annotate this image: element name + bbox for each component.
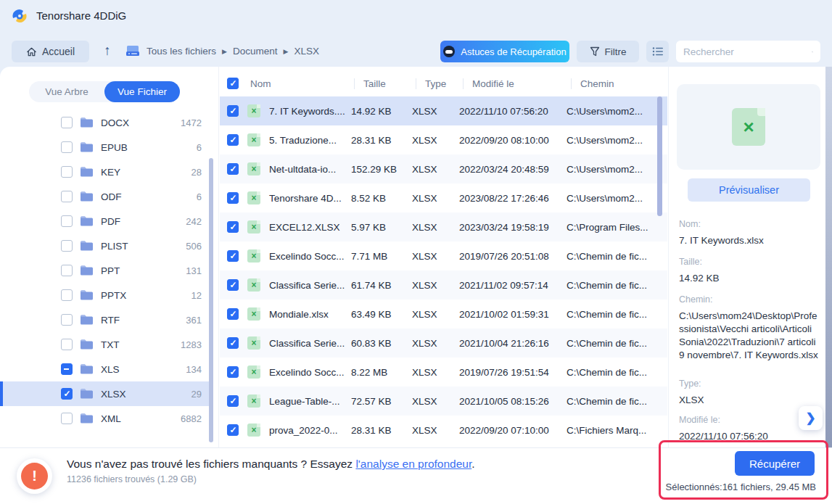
file-type-checkbox[interactable] [61, 117, 73, 128]
sidebar-item[interactable]: XLSX 29 [0, 381, 212, 406]
file-checkbox[interactable] [227, 337, 239, 349]
tab-tree-view[interactable]: Vue Arbre [29, 81, 104, 102]
sidebar-item[interactable]: RTF 361 [0, 307, 212, 332]
column-header-type[interactable]: Type [416, 78, 463, 89]
file-checkbox[interactable] [227, 424, 239, 436]
sidebar-item[interactable]: PPT 131 [0, 258, 212, 283]
next-file-button[interactable]: ❯ [799, 406, 823, 430]
preview-button[interactable]: Prévisualiser [688, 178, 810, 202]
column-header-path[interactable]: Chemin [572, 78, 659, 89]
file-type-checkbox[interactable] [61, 265, 73, 276]
file-checkbox[interactable] [227, 105, 239, 117]
select-all-checkbox[interactable] [227, 78, 239, 89]
file-row[interactable]: × Net-ultdata-io... 152.29 KB XLSX 2022/… [220, 154, 667, 183]
file-modified: 2023/08/22 17:26:46 [459, 193, 567, 204]
folder-icon [80, 413, 94, 424]
name-field-label: Nom: [679, 219, 821, 229]
sidebar-item[interactable]: TXT 1283 [0, 332, 212, 357]
file-checkbox[interactable] [227, 192, 239, 204]
file-size: 61.74 KB [351, 280, 412, 291]
file-type: XLSX [412, 193, 459, 204]
file-table: Nom Taille Type Modifié le Chemin × 7. I… [220, 67, 667, 447]
file-type-checkbox[interactable] [61, 339, 73, 350]
file-path: C:\Chemin de fic... [567, 280, 661, 291]
sidebar-item[interactable]: XLS 134 [0, 357, 212, 381]
breadcrumb-xlsx[interactable]: XLSX [294, 46, 319, 57]
sidebar-item[interactable]: DOCX 1472 [0, 110, 212, 135]
file-modified: 2021/11/02 09:57:14 [459, 280, 567, 291]
table-scrollbar[interactable] [657, 96, 662, 216]
file-row[interactable]: × prova_2022-0... 28.31 KB XLSX 2022/09/… [220, 416, 667, 445]
file-type-checkbox[interactable] [61, 413, 73, 424]
file-path: C:\Program Files... [567, 222, 661, 233]
sidebar-scrollbar[interactable] [209, 158, 213, 442]
funnel-icon [590, 46, 600, 57]
file-checkbox[interactable] [227, 163, 239, 175]
file-type-checkbox[interactable] [61, 240, 73, 252]
file-row[interactable]: × Tenorshare 4D... 8.52 KB XLSX 2023/08/… [220, 183, 667, 212]
file-type-checkbox[interactable] [61, 141, 73, 153]
breadcrumb-document[interactable]: Document [233, 46, 278, 57]
tab-file-view[interactable]: Vue Fichier [104, 81, 180, 102]
file-checkbox[interactable] [227, 279, 239, 291]
breadcrumb-all-files[interactable]: Tous les fichiers [147, 46, 216, 57]
sidebar-item[interactable]: XML 6882 [0, 406, 212, 431]
file-type-count: 1283 [181, 339, 202, 350]
file-modified: 2021/10/05 08:15:26 [459, 396, 567, 407]
column-header-modified[interactable]: Modifié le [464, 78, 571, 89]
file-row[interactable]: × Excelindo Socc... 8.22 MB XLSX 2019/07… [220, 358, 667, 387]
sidebar-item[interactable]: KEY 28 [0, 160, 212, 184]
sidebar-item[interactable]: PLIST 506 [0, 234, 212, 258]
file-name: 5. Traduzione... [260, 135, 351, 146]
file-type-checkbox[interactable] [61, 289, 73, 301]
file-modified: 2021/10/04 21:26:16 [459, 338, 567, 349]
file-checkbox[interactable] [227, 250, 239, 262]
home-button[interactable]: Accueil [12, 41, 89, 62]
file-checkbox[interactable] [227, 134, 239, 146]
file-row[interactable]: × 7. IT Keywords.... 14.92 KB XLSX 2022/… [220, 96, 667, 125]
sidebar-item[interactable]: ODF 6 [0, 184, 212, 209]
file-type-label: PPT [101, 265, 120, 276]
up-navigation-button[interactable]: ↑ [100, 40, 115, 62]
file-checkbox[interactable] [227, 221, 239, 233]
file-row[interactable]: × EXCEL12.XLSX 5.97 KB XLSX 2023/03/24 1… [220, 212, 667, 241]
recover-button[interactable]: Récupérer [735, 451, 815, 476]
file-name: Tenorshare 4D... [260, 193, 351, 204]
column-header-size[interactable]: Taille [355, 78, 416, 89]
warning-icon: ! [21, 463, 48, 489]
sidebar-item[interactable]: PDF 242 [0, 209, 212, 234]
deep-scan-link[interactable]: l'analyse en profondeur [355, 458, 471, 470]
file-row[interactable]: × 5. Traduzione... 28.31 KB XLSX 2022/09… [220, 125, 667, 154]
file-type-checkbox[interactable] [61, 388, 73, 400]
deep-scan-message-prefix: Vous n'avez pas trouvé les fichiers manq… [67, 458, 355, 470]
file-checkbox[interactable] [227, 366, 239, 378]
file-name: Excelindo Socc... [260, 251, 351, 262]
excel-file-icon: × [247, 162, 260, 175]
file-checkbox[interactable] [227, 308, 239, 320]
path-field-label: Chemin: [679, 294, 821, 305]
file-row[interactable]: × Classifica Serie... 61.74 KB XLSX 2021… [220, 270, 667, 299]
file-row[interactable]: × Excelindo Socc... 7.71 MB XLSX 2019/07… [220, 241, 667, 270]
excel-file-icon: × [247, 394, 260, 408]
file-row[interactable]: × Classifica Serie... 60.83 KB XLSX 2021… [220, 329, 667, 358]
window-scrollbar[interactable] [825, 67, 832, 447]
filter-button[interactable]: Filtre [577, 41, 639, 62]
file-name: EXCEL12.XLSX [260, 222, 351, 233]
sidebar-item[interactable]: EPUB 6 [0, 135, 212, 160]
file-type-checkbox[interactable] [61, 314, 73, 326]
file-row[interactable]: × League-Table-... 72.57 KB XLSX 2021/10… [220, 387, 667, 416]
search-input[interactable] [683, 46, 812, 57]
file-type-checkbox[interactable] [61, 191, 73, 202]
file-checkbox[interactable] [227, 395, 239, 407]
search-icon[interactable] [812, 46, 813, 57]
file-modified: 2019/07/26 20:51:08 [459, 251, 567, 262]
column-header-name[interactable]: Nom [242, 78, 354, 89]
file-type-checkbox[interactable] [61, 363, 73, 375]
file-row[interactable]: × Mondiale.xlsx 63.49 KB XLSX 2021/10/02… [220, 299, 667, 329]
list-view-button[interactable] [646, 41, 669, 62]
file-type-checkbox[interactable] [61, 166, 73, 178]
robot-icon [443, 46, 455, 57]
sidebar-item[interactable]: PPTX 12 [0, 283, 212, 307]
file-type-checkbox[interactable] [61, 215, 73, 227]
recovery-tips-button[interactable]: Astuces de Récupération [440, 41, 569, 62]
